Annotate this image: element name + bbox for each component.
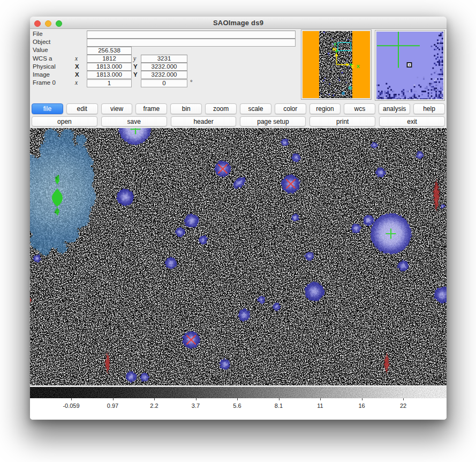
svg-text:E: E — [351, 63, 354, 69]
svg-text:X: X — [357, 63, 360, 69]
svg-text:N: N — [333, 46, 336, 52]
